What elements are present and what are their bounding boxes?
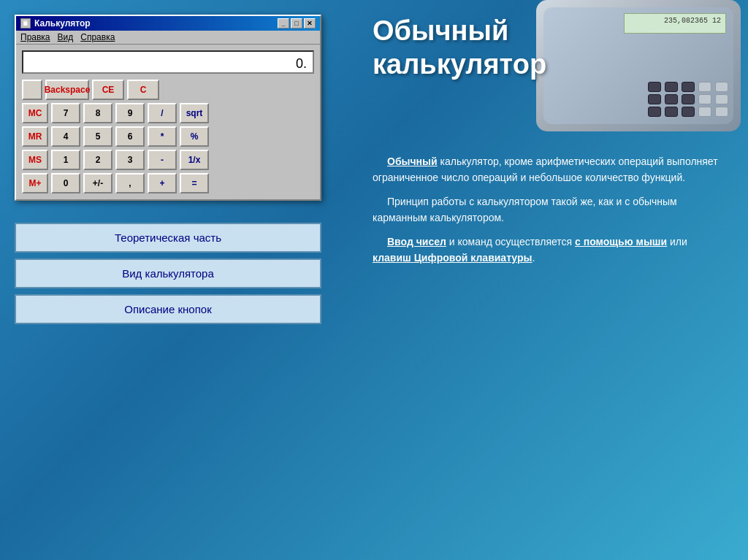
photo-key: [665, 82, 678, 92]
photo-key: [682, 82, 695, 92]
photo-keys: [648, 82, 730, 117]
btn-0[interactable]: 0: [51, 173, 80, 193]
photo-key: [698, 94, 711, 104]
btn-percent[interactable]: %: [180, 126, 209, 147]
photo-key: [682, 107, 695, 117]
photo-key: [648, 107, 661, 117]
link-mouse[interactable]: с помощью мыши: [575, 236, 667, 248]
photo-key: [665, 107, 678, 117]
titlebar-left: 🖩 Калькулятор: [20, 18, 91, 28]
titlebar-buttons: _ □ ✕: [278, 18, 316, 28]
photo-key: [682, 94, 695, 104]
ms-button[interactable]: MS: [22, 150, 48, 170]
btn-equals[interactable]: =: [180, 173, 209, 193]
mc-button[interactable]: MC: [22, 103, 48, 123]
window-title: Калькулятор: [34, 18, 91, 28]
btn-3[interactable]: 3: [115, 150, 145, 170]
left-panel: 🖩 Калькулятор _ □ ✕ Правка Вид Справка 0…: [0, 0, 351, 560]
paragraph-3: Ввод чисел и команд осуществляется с пом…: [373, 234, 726, 266]
nav-description[interactable]: Описание кнопок: [15, 294, 321, 324]
btn-5[interactable]: 5: [83, 126, 112, 147]
right-panel: 235,082365 12: [351, 0, 748, 560]
btn-negate[interactable]: +/-: [83, 173, 112, 193]
mr-button[interactable]: MR: [22, 126, 48, 147]
ce-button[interactable]: CE: [92, 80, 124, 100]
page-title: Обычныйкалькулятор: [373, 15, 726, 81]
photo-key: [715, 82, 728, 92]
titlebar: 🖩 Калькулятор _ □ ✕: [16, 16, 320, 31]
checkbox-btn[interactable]: [22, 80, 42, 100]
photo-key: [665, 94, 678, 104]
photo-key: [648, 94, 661, 104]
content-text: Обычный калькулятор, кроме арифметически…: [373, 153, 726, 273]
calc-body: 0. Backspace CE C MC 7 8 9 / sqrt: [16, 45, 320, 199]
bold-word-2: Ввод чисел: [387, 236, 446, 248]
maximize-button[interactable]: □: [291, 18, 302, 28]
btn-1[interactable]: 1: [51, 150, 80, 170]
menu-pravka[interactable]: Правка: [20, 32, 50, 42]
bold-word-1: Обычный: [387, 156, 438, 167]
btn-9[interactable]: 9: [115, 103, 145, 123]
nav-view[interactable]: Вид калькулятора: [15, 258, 321, 288]
menu-vid[interactable]: Вид: [58, 32, 74, 42]
btn-7[interactable]: 7: [51, 103, 80, 123]
c-button[interactable]: C: [127, 80, 159, 100]
menu-spravka[interactable]: Справка: [80, 32, 115, 42]
calc-buttons: Backspace CE C MC 7 8 9 / sqrt MR 4: [22, 80, 314, 193]
btn-row-2: MR 4 5 6 * %: [22, 126, 314, 147]
paragraph-1: Обычный калькулятор, кроме арифметически…: [373, 153, 726, 186]
btn-2[interactable]: 2: [83, 150, 112, 170]
photo-key: [648, 82, 661, 92]
link-keyboard[interactable]: клавиш Цифровой клавиатуры: [373, 252, 532, 264]
calculator-window: 🖩 Калькулятор _ □ ✕ Правка Вид Справка 0…: [15, 15, 321, 201]
close-button[interactable]: ✕: [304, 18, 316, 28]
mplus-button[interactable]: M+: [22, 173, 48, 193]
btn-6[interactable]: 6: [115, 126, 145, 147]
photo-key: [698, 107, 711, 117]
btn-plus[interactable]: +: [148, 173, 177, 193]
btn-reciprocal[interactable]: 1/x: [180, 150, 209, 170]
photo-key: [715, 94, 728, 104]
btn-multiply[interactable]: *: [148, 126, 177, 147]
btn-decimal[interactable]: ,: [115, 173, 145, 193]
calc-icon: 🖩: [20, 18, 31, 28]
backspace-button[interactable]: Backspace: [45, 80, 89, 100]
nav-theory[interactable]: Теоретическая часть: [15, 223, 321, 253]
btn-row-4: M+ 0 +/- , + =: [22, 173, 314, 193]
right-top: 235,082365 12: [373, 15, 726, 146]
nav-buttons: Теоретическая часть Вид калькулятора Опи…: [15, 223, 321, 324]
btn-8[interactable]: 8: [83, 103, 112, 123]
paragraph-2: Принцип работы с калькулятором такой же,…: [373, 193, 726, 226]
photo-key: [698, 82, 711, 92]
btn-4[interactable]: 4: [51, 126, 80, 147]
menubar: Правка Вид Справка: [16, 31, 320, 45]
minimize-button[interactable]: _: [278, 18, 289, 28]
photo-key: [715, 107, 728, 117]
btn-row-1: MC 7 8 9 / sqrt: [22, 103, 314, 123]
btn-minus[interactable]: -: [148, 150, 177, 170]
btn-row-3: MS 1 2 3 - 1/x: [22, 150, 314, 170]
calc-display: 0.: [22, 50, 314, 74]
btn-row-0: Backspace CE C: [22, 80, 314, 100]
btn-sqrt[interactable]: sqrt: [180, 103, 209, 123]
btn-divide[interactable]: /: [148, 103, 177, 123]
